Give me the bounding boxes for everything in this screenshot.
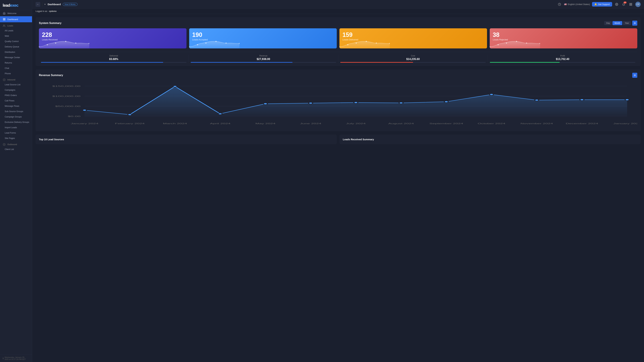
stat-item-value-delivered-pct: 83.68% — [41, 58, 186, 61]
stat-card-number-rejected: 38 — [493, 31, 634, 38]
svg-text:$100,000.00: $100,000.00 — [52, 95, 80, 97]
sidebar-item-site-pages[interactable]: Site Pages — [0, 136, 32, 141]
outbound-header-section-icon — [3, 143, 6, 146]
sidebar-item-label-message-center: Message Center — [5, 56, 20, 59]
sidebar-item-ping-orders[interactable]: PING Orders — [0, 93, 32, 98]
logo: leadexec — [0, 0, 32, 10]
svg-text:May 2024: May 2024 — [256, 123, 276, 124]
sidebar-item-label-delivery-queue: Delivery Queue — [5, 45, 19, 48]
svg-point-58 — [490, 94, 494, 95]
sidebar-section-inbound-header: Inbound — [0, 76, 32, 82]
system-summary-filter-btn[interactable]: ⚙ — [632, 21, 637, 26]
svg-point-30 — [347, 44, 348, 45]
sidebar-item-returns[interactable]: Returns — [0, 60, 32, 65]
filter-day-btn[interactable]: Day — [604, 21, 612, 25]
sidebar-item-message-flows[interactable]: Message Flows — [0, 103, 32, 109]
sidebar-item-label-sub-source-groups: Sub-Source Groups — [5, 110, 23, 113]
config-btn[interactable] — [628, 2, 633, 7]
sidebar-item-import-leads[interactable]: Import Leads — [0, 125, 32, 130]
stats-row: Delivered 83.68% Revenue $27,938.00 Cost… — [39, 52, 637, 63]
svg-rect-0 — [3, 18, 4, 19]
svg-point-37 — [506, 42, 507, 43]
sidebar-bottom: ℹ Wednesday, January 29, 2025 at 10:27:2… — [0, 355, 32, 362]
sidebar-item-label-call-flows: Call Flows — [5, 99, 14, 102]
language-selector[interactable]: 🇺🇸 English (United States) — [564, 3, 590, 5]
footer-datetime: Wednesday, January 29, 2025 at 10:27:29 … — [4, 356, 29, 360]
sidebar-item-welcome[interactable]: Welcome — [0, 10, 32, 16]
sidebar-item-lead-source-list[interactable]: Lead Source List — [0, 82, 32, 87]
revenue-filter-btn[interactable]: ⚙ — [632, 73, 637, 78]
svg-point-61 — [625, 99, 629, 100]
sidebar-item-call-flows[interactable]: Call Flows — [0, 98, 32, 103]
inbound-header-section-icon — [3, 78, 6, 81]
svg-point-36 — [498, 44, 498, 45]
settings-gear-btn[interactable] — [614, 2, 619, 7]
lang-label: English (United States) — [568, 3, 590, 5]
svg-point-25 — [206, 42, 206, 43]
sidebar-item-chat[interactable]: Chat — [0, 65, 32, 71]
sidebar-item-sub-source-groups[interactable]: Sub-Source Groups — [0, 109, 32, 114]
revenue-summary-section: Revenue Summary ⚙ $0.00$50,000.00$100,00… — [36, 69, 641, 131]
sidebar-item-label-lead-forms: Lead Forms — [5, 132, 16, 134]
stat-item-cost: Cost $14,235.60 — [338, 55, 488, 63]
svg-point-27 — [226, 42, 226, 43]
subbar: Logged in as: cpdemo — [32, 9, 644, 14]
sidebar-item-phone[interactable]: Phone — [0, 71, 32, 76]
revenue-chart-area: $0.00$50,000.00$100,000.00$150,000.00Jan… — [39, 80, 637, 128]
system-summary-header: System Summary Day Month Year ⚙ — [39, 21, 637, 26]
back-button[interactable]: ← — [36, 2, 40, 7]
sidebar-item-label-exclusive-delivery-groups: Exclusive Delivery Groups — [5, 121, 29, 123]
how-it-works-badge[interactable]: How It Works — [63, 3, 77, 6]
dropdown-button[interactable]: ▾ — [44, 3, 46, 5]
sidebar-item-quality-control[interactable]: Quality Control — [0, 39, 32, 44]
svg-point-50 — [128, 114, 132, 115]
stat-card-chart-received — [39, 38, 89, 48]
sidebar-item-all-leads[interactable]: All Leads — [0, 28, 32, 33]
stat-item-label-cost: Cost — [340, 55, 486, 57]
filter-month-btn[interactable]: Month — [612, 21, 622, 25]
sidebar-section-leads-header: Leads — [0, 22, 32, 28]
revenue-summary-header: Revenue Summary ⚙ — [39, 73, 637, 78]
svg-point-59 — [535, 99, 539, 101]
user-avatar[interactable]: CP — [635, 2, 641, 7]
svg-rect-2 — [4, 19, 5, 20]
sidebar-item-message-center[interactable]: Message Center — [0, 55, 32, 60]
sidebar-item-distribution[interactable]: Distribution — [0, 49, 32, 55]
svg-text:February 2024: February 2024 — [115, 123, 144, 124]
sidebar-item-lead-forms[interactable]: Lead Forms — [0, 130, 32, 136]
main-content: ← ▾ Dashboard How It Works 🇺🇸 English (U… — [32, 0, 644, 362]
sidebar-item-delivery-queue[interactable]: Delivery Queue — [0, 44, 32, 49]
svg-point-33 — [376, 42, 377, 43]
svg-text:$0.00: $0.00 — [68, 115, 80, 117]
svg-point-12 — [616, 4, 617, 5]
sidebar-section-label-inbound-header: Inbound — [8, 79, 15, 81]
sidebar-item-exclusive-delivery-groups[interactable]: Exclusive Delivery Groups — [0, 119, 32, 125]
svg-point-21 — [75, 42, 76, 43]
stat-item-bar-delivered-pct — [41, 62, 186, 63]
bottom-sections: Top 10 Lead Sources Leads Received Summa… — [36, 135, 641, 147]
stat-item-value-revenue: $27,938.00 — [191, 58, 336, 61]
filter-year-btn[interactable]: Year — [623, 21, 631, 25]
get-support-button[interactable]: 🔔 Get Support — [592, 2, 612, 6]
svg-text:October 2024: October 2024 — [478, 123, 505, 124]
sidebar-item-campaign-groups[interactable]: Campaign Groups — [0, 114, 32, 119]
clock-icon-btn[interactable] — [557, 2, 562, 7]
notifications-btn[interactable]: 37 — [621, 2, 626, 7]
leads-received-summary-section: Leads Received Summary — [340, 135, 641, 144]
sidebar: leadexec WelcomeDashboardLeadsAll LeadsW… — [0, 0, 32, 362]
stat-card-rejected: 38 Leads Rejected — [490, 28, 637, 48]
sidebar-item-label-distribution: Distribution — [5, 51, 15, 53]
sidebar-item-campaigns[interactable]: Campaigns — [0, 87, 32, 93]
svg-text:April 2024: April 2024 — [210, 123, 230, 124]
stat-cards-grid: 228 Leads Received 190 Leads Accepted — [39, 28, 637, 48]
svg-text:July 2024: July 2024 — [346, 123, 366, 124]
sidebar-item-client-list[interactable]: Client List — [0, 147, 32, 152]
svg-point-55 — [354, 102, 358, 103]
svg-point-54 — [308, 102, 312, 104]
svg-text:November 2024: November 2024 — [520, 123, 553, 124]
stat-item-value-cost: $14,235.60 — [340, 58, 486, 61]
svg-point-26 — [216, 41, 216, 42]
sidebar-item-label-lead-source-list: Lead Source List — [5, 83, 20, 86]
sidebar-item-web[interactable]: Web — [0, 33, 32, 39]
sidebar-item-dashboard[interactable]: Dashboard — [0, 16, 32, 22]
